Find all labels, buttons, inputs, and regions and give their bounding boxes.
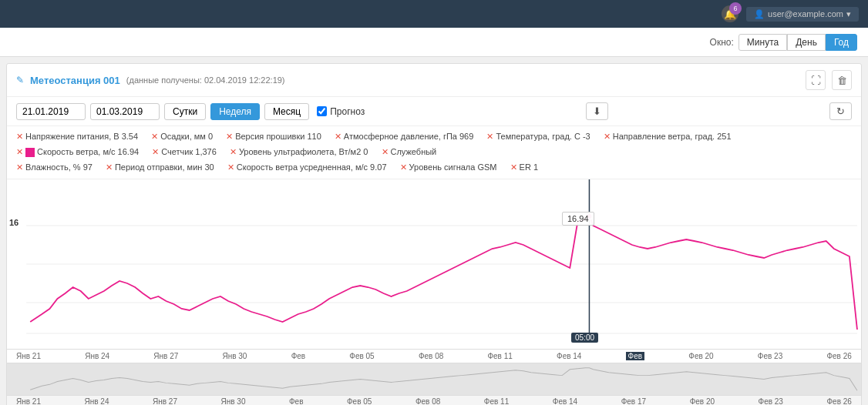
chart-x-axis: Янв 21 Янв 24 Янв 27 Янв 30 Фев Фев 05 Ф… [7, 349, 861, 363]
mini-x-label-1: Янв 24 [85, 397, 109, 405]
mini-x-label-7: Фев 11 [484, 397, 509, 405]
download-button[interactable]: ⬇ [586, 102, 608, 120]
mini-x-label-8: Фев 14 [553, 397, 577, 405]
tooltip-value: 16.94 [567, 214, 589, 223]
param-send-period: ✕ Период отправки, мин 30 [106, 160, 214, 176]
mini-x-label-4: Фев [289, 397, 303, 405]
x-label-6: Фев 08 [419, 352, 443, 360]
mini-x-label-9: Фев 17 [621, 397, 646, 405]
cursor-time-label: 05:00 [571, 333, 598, 343]
device-action-icons: ⛶ 🗑 [806, 70, 852, 90]
x-label-3: Янв 30 [222, 352, 247, 360]
period-daily-button[interactable]: Сутки [164, 103, 206, 120]
param-er: ✕ ER 1 [510, 160, 538, 176]
param-wind-avg: ✕ Скорость ветра усредненная, м/с 9.07 [227, 160, 387, 176]
mini-x-label-10: Фев 20 [690, 397, 715, 405]
param-uv: ✕ Уровень ультрафиолета, Вт/м2 0 [230, 145, 368, 160]
chevron-down-icon: ▾ [846, 9, 851, 19]
x-label-8: Фев 14 [557, 352, 581, 360]
notification-count: 6 [729, 2, 742, 15]
controls-bar: Сутки Неделя Месяц Прогноз ⬇ ↻ [7, 97, 861, 126]
device-title-group: ✎ Метеостанция 001 (данные получены: 02.… [16, 75, 285, 86]
param-firmware: ✕ Версия прошивки 110 [226, 129, 321, 145]
param-voltage: ✕ Напряжение питания, В 3.54 [16, 129, 138, 145]
x-label-9: Фев [626, 352, 644, 360]
wind-speed-color-swatch [25, 148, 35, 157]
x-label-5: Фев 05 [349, 352, 374, 360]
chart-svg [7, 179, 861, 349]
edit-icon[interactable]: ✎ [16, 75, 24, 85]
user-avatar-icon: 👤 [754, 9, 765, 19]
params-bar: ✕ Напряжение питания, В 3.54 ✕ Осадки, м… [7, 126, 861, 179]
mini-chart-area[interactable] [7, 363, 861, 395]
date-from-input[interactable] [16, 103, 86, 120]
period-monthly-button[interactable]: Месяц [264, 103, 309, 120]
forecast-label: Прогноз [330, 106, 365, 117]
window-selector-bar: Окно: Минута День Год [0, 28, 868, 57]
param-humidity: ✕ Влажность, % 97 [16, 160, 93, 176]
forecast-checkbox-group: Прогноз [317, 106, 365, 117]
window-label: Окно: [710, 37, 734, 48]
user-menu-button[interactable]: 👤 user@example.com ▾ [746, 7, 859, 22]
param-pressure: ✕ Атмосферное давление, гПа 969 [335, 129, 474, 145]
mini-x-label-12: Фев 26 [826, 397, 851, 405]
main-panel: ✎ Метеостанция 001 (данные получены: 02.… [6, 63, 862, 405]
top-bar: 🔔 6 👤 user@example.com ▾ [0, 0, 868, 28]
mini-x-label-11: Фев 23 [759, 397, 783, 405]
param-service: ✕ Служебный [382, 145, 437, 160]
mini-x-label-2: Янв 27 [153, 397, 177, 405]
x-label-7: Фев 11 [487, 352, 512, 360]
chart-y-label: 16 [9, 218, 19, 227]
device-header: ✎ Метеостанция 001 (данные получены: 02.… [7, 64, 861, 97]
param-precipitation: ✕ Осадки, мм 0 [151, 129, 213, 145]
param-wind-speed: ✕ Скорость ветра, м/с 16.94 [16, 145, 139, 160]
x-label-0: Янв 21 [16, 352, 41, 360]
expand-button[interactable]: ⛶ [806, 70, 826, 90]
period-weekly-button[interactable]: Неделя [210, 103, 260, 120]
mini-x-label-5: Фев 05 [347, 397, 372, 405]
mini-x-label-6: Фев 08 [415, 397, 440, 405]
device-date: (данные получены: 02.04.2019 12:22:19) [126, 75, 285, 85]
user-name: user@example.com [768, 9, 843, 18]
x-label-10: Фев 20 [688, 352, 713, 360]
chart-area: 16 16.94 05:00 [7, 179, 861, 349]
window-day-button[interactable]: День [787, 34, 826, 51]
x-label-4: Фев [291, 352, 305, 360]
mini-chart-x-axis: Янв 21 Янв 24 Янв 27 Янв 30 Фев Фев 05 Ф… [7, 395, 861, 405]
notification-badge[interactable]: 🔔 6 [722, 5, 738, 22]
refresh-button[interactable]: ↻ [829, 102, 852, 120]
x-label-2: Янв 27 [153, 352, 178, 360]
param-gsm: ✕ Уровень сигнала GSM [400, 160, 497, 176]
mini-x-label-0: Янв 21 [16, 397, 41, 405]
delete-button[interactable]: 🗑 [832, 70, 852, 90]
x-label-1: Янв 24 [85, 352, 109, 360]
x-label-11: Фев 23 [758, 352, 782, 360]
window-minute-button[interactable]: Минута [738, 34, 787, 51]
mini-chart-svg [7, 363, 861, 395]
date-to-input[interactable] [90, 103, 160, 120]
param-temperature: ✕ Температура, град. С -3 [486, 129, 590, 145]
chart-tooltip: 16.94 [562, 212, 594, 226]
window-year-button[interactable]: Год [826, 34, 857, 51]
x-label-12: Фев 26 [826, 352, 851, 360]
param-counter: ✕ Счетчик 1,376 [152, 145, 217, 160]
mini-x-label-3: Янв 30 [221, 397, 246, 405]
forecast-checkbox[interactable] [317, 106, 327, 116]
device-name: Метеостанция 001 [30, 75, 120, 86]
svg-rect-7 [7, 363, 861, 395]
param-wind-dir: ✕ Направление ветра, град. 251 [604, 129, 732, 145]
